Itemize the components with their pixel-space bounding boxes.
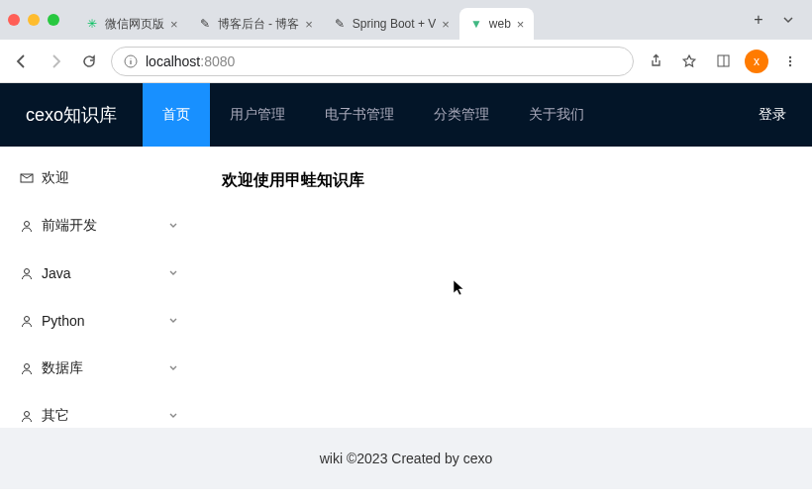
content-area: 欢迎使用甲蛙知识库	[198, 147, 812, 428]
favicon-icon: ✎	[198, 17, 212, 31]
tab-strip: ✳微信网页版×✎博客后台 - 博客×✎Spring Boot + V×▼web×	[75, 0, 745, 40]
toolbar: localhost:8080 x	[0, 40, 812, 83]
svg-point-7	[25, 269, 30, 274]
tab-title: 博客后台 - 博客	[218, 16, 300, 33]
tab-title: Spring Boot + V	[353, 17, 436, 31]
chevron-down-icon	[168, 363, 178, 373]
sidebar-item[interactable]: Java	[0, 250, 198, 297]
user-icon	[20, 361, 34, 375]
welcome-heading: 欢迎使用甲蛙知识库	[222, 170, 788, 191]
browser-chrome: ✳微信网页版×✎博客后台 - 博客×✎Spring Boot + V×▼web×…	[0, 0, 812, 83]
address-bar[interactable]: localhost:8080	[111, 47, 634, 76]
chevron-down-icon	[168, 411, 178, 421]
share-icon[interactable]	[644, 50, 667, 73]
window-controls	[8, 14, 59, 26]
sidebar-item[interactable]: 前端开发	[0, 202, 198, 250]
sidebar-item[interactable]: 其它	[0, 392, 198, 440]
app-header: cexo知识库 首页用户管理电子书管理分类管理关于我们 登录	[0, 83, 812, 147]
svg-point-4	[789, 63, 791, 65]
site-info-icon[interactable]	[124, 54, 138, 68]
profile-avatar[interactable]: x	[745, 50, 768, 73]
browser-tab[interactable]: ✎博客后台 - 博客×	[188, 8, 323, 40]
sidebar-item-label: 数据库	[42, 359, 83, 377]
sidebar-item-label: 前端开发	[42, 217, 97, 235]
new-tab-button[interactable]: +	[745, 6, 772, 34]
titlebar: ✳微信网页版×✎博客后台 - 博客×✎Spring Boot + V×▼web×…	[0, 0, 812, 40]
tab-close-icon[interactable]: ×	[517, 17, 525, 32]
nav-item[interactable]: 关于我们	[509, 83, 604, 147]
user-icon	[20, 314, 34, 328]
forward-button[interactable]	[44, 50, 67, 73]
tab-title: web	[489, 17, 511, 31]
sidebar-item[interactable]: 欢迎	[0, 154, 198, 202]
user-icon	[20, 219, 34, 233]
tab-title: 微信网页版	[105, 16, 164, 33]
back-button[interactable]	[10, 50, 34, 73]
browser-tab[interactable]: ▼web×	[459, 8, 535, 40]
browser-tab[interactable]: ✎Spring Boot + V×	[323, 8, 459, 40]
tab-close-icon[interactable]: ×	[305, 17, 313, 32]
chevron-down-icon	[168, 268, 178, 278]
login-link[interactable]: 登录	[733, 106, 812, 124]
sidebar: 欢迎前端开发JavaPython数据库其它	[0, 147, 198, 428]
bookmark-icon[interactable]	[677, 50, 701, 73]
brand-title[interactable]: cexo知识库	[0, 103, 143, 127]
sidebar-item[interactable]: Python	[0, 297, 198, 345]
footer-text: wiki ©2023 Created by cexo	[320, 451, 493, 466]
mail-icon	[20, 171, 34, 185]
user-icon	[20, 409, 34, 423]
maximize-window-button[interactable]	[48, 14, 59, 26]
app-body: 欢迎前端开发JavaPython数据库其它 欢迎使用甲蛙知识库	[0, 147, 812, 428]
svg-point-8	[25, 317, 30, 322]
nav-item[interactable]: 分类管理	[414, 83, 509, 147]
svg-point-10	[25, 412, 30, 417]
favicon-icon: ▼	[469, 17, 483, 31]
svg-point-2	[789, 55, 791, 57]
nav-item[interactable]: 用户管理	[210, 83, 305, 147]
tab-close-icon[interactable]: ×	[442, 17, 450, 32]
url-host: localhost	[146, 53, 200, 69]
sidebar-item-label: 欢迎	[42, 169, 69, 187]
svg-point-6	[25, 222, 30, 227]
sidebar-item[interactable]: 数据库	[0, 345, 198, 392]
favicon-icon: ✳	[85, 17, 99, 31]
minimize-window-button[interactable]	[28, 14, 40, 26]
nav-item[interactable]: 电子书管理	[305, 83, 414, 147]
tab-close-icon[interactable]: ×	[170, 17, 178, 32]
main-nav: 首页用户管理电子书管理分类管理关于我们	[143, 83, 604, 147]
svg-point-9	[25, 364, 30, 369]
sidebar-item-label: Java	[42, 265, 71, 281]
reload-button[interactable]	[77, 50, 101, 73]
url-port: :8080	[200, 53, 235, 69]
chevron-down-icon	[168, 316, 178, 326]
menu-icon[interactable]	[778, 50, 802, 73]
tab-dropdown-icon[interactable]	[772, 14, 804, 26]
sidepanel-icon[interactable]	[711, 50, 735, 73]
sidebar-item-label: 其它	[42, 407, 69, 425]
user-icon	[20, 266, 34, 280]
browser-tab[interactable]: ✳微信网页版×	[75, 8, 188, 40]
favicon-icon: ✎	[333, 17, 347, 31]
close-window-button[interactable]	[8, 14, 20, 26]
chevron-down-icon	[168, 221, 178, 231]
svg-point-3	[789, 59, 791, 61]
sidebar-item-label: Python	[42, 313, 85, 329]
nav-item[interactable]: 首页	[143, 83, 210, 147]
